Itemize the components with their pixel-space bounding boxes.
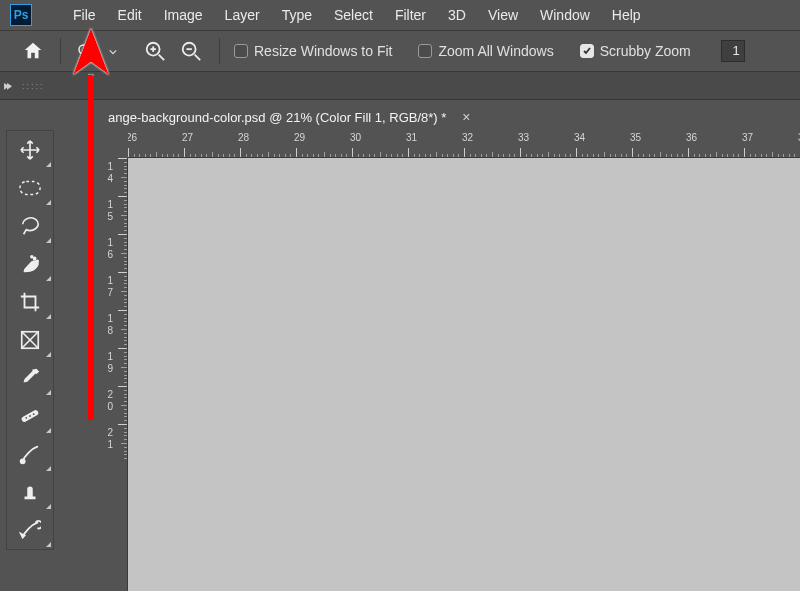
flyout-icon [46, 276, 51, 281]
close-tab-icon[interactable]: × [462, 109, 470, 125]
rect-marquee-tool[interactable] [7, 169, 53, 207]
clone-stamp-tool[interactable] [7, 473, 53, 511]
resize-windows-label: Resize Windows to Fit [254, 43, 392, 59]
menu-3d[interactable]: 3D [437, 0, 477, 30]
ruler-tick: 18 [100, 310, 128, 348]
options-bar: Resize Windows to Fit Zoom All Windows S… [0, 30, 800, 72]
svg-point-6 [183, 43, 196, 56]
ruler-tick: 21 [100, 424, 128, 462]
flyout-icon [46, 390, 51, 395]
history-brush-tool[interactable] [7, 511, 53, 549]
horizontal-ruler[interactable]: 26272829303132333435363738 [128, 132, 800, 158]
menu-bar: Ps File Edit Image Layer Type Select Fil… [0, 0, 800, 30]
ruler-tick: 19 [100, 348, 128, 386]
menu-type[interactable]: Type [271, 0, 323, 30]
ruler-tick: 20 [100, 386, 128, 424]
svg-rect-9 [20, 182, 40, 195]
crop-tool[interactable] [7, 283, 53, 321]
menu-edit[interactable]: Edit [107, 0, 153, 30]
separator [60, 38, 61, 64]
ruler-tick: 14 [100, 158, 128, 196]
ruler-tick: 26 [128, 132, 184, 158]
menu-image[interactable]: Image [153, 0, 214, 30]
checkbox-icon [580, 44, 594, 58]
flyout-icon [46, 428, 51, 433]
zoom-all-checkbox[interactable]: Zoom All Windows [418, 43, 553, 59]
checkbox-icon [418, 44, 432, 58]
brush-tool[interactable] [7, 435, 53, 473]
tool-preset-chevron[interactable] [103, 44, 117, 59]
panel-grip-icon: ::::: [22, 81, 45, 91]
menu-filter[interactable]: Filter [384, 0, 437, 30]
current-tool-thumb[interactable] [75, 41, 95, 61]
ruler-tick: 17 [100, 272, 128, 310]
svg-point-2 [147, 43, 160, 56]
lasso-tool[interactable] [7, 207, 53, 245]
scrubby-zoom-label: Scrubby Zoom [600, 43, 691, 59]
document-tab[interactable]: ange-background-color.psd @ 21% (Color F… [100, 104, 481, 130]
menu-layer[interactable]: Layer [214, 0, 271, 30]
ruler-tick: 15 [100, 196, 128, 234]
eyedropper-tool[interactable] [7, 359, 53, 397]
collapsed-panel-strip[interactable]: ▸▸ ::::: [0, 72, 800, 100]
zoom-all-label: Zoom All Windows [438, 43, 553, 59]
ruler-tick: 32 [464, 132, 520, 158]
svg-line-15 [22, 332, 39, 349]
ruler-tick: 29 [296, 132, 352, 158]
svg-line-7 [195, 55, 201, 60]
slice-frame-tool[interactable] [7, 321, 53, 359]
flyout-icon [46, 466, 51, 471]
menu-view[interactable]: View [477, 0, 529, 30]
ruler-tick: 27 [184, 132, 240, 158]
spot-heal-tool[interactable] [7, 397, 53, 435]
ruler-tick: 37 [744, 132, 800, 158]
ruler-tick: 34 [576, 132, 632, 158]
ruler-tick: 28 [240, 132, 296, 158]
move-tool[interactable] [7, 131, 53, 169]
svg-point-17 [25, 417, 27, 419]
flyout-icon [46, 314, 51, 319]
menu-select[interactable]: Select [323, 0, 384, 30]
vertical-ruler[interactable]: 1415161718192021 [100, 158, 128, 591]
svg-line-14 [22, 332, 39, 349]
ruler-tick: 36 [688, 132, 744, 158]
tool-strip [6, 130, 54, 550]
ruler-tick: 31 [408, 132, 464, 158]
checkbox-icon [234, 44, 248, 58]
svg-point-12 [31, 256, 33, 258]
resize-windows-checkbox[interactable]: Resize Windows to Fit [234, 43, 392, 59]
home-button[interactable] [20, 38, 46, 64]
ruler-tick: 16 [100, 234, 128, 272]
app-icon: Ps [10, 4, 32, 26]
brush-quick-select-tool[interactable] [7, 245, 53, 283]
ruler-tick: 35 [632, 132, 688, 158]
document-viewport: 26272829303132333435363738 1415161718192… [100, 132, 800, 591]
svg-rect-16 [21, 409, 40, 423]
svg-line-3 [159, 55, 165, 60]
flyout-icon [46, 504, 51, 509]
flyout-icon [46, 542, 51, 547]
flyout-icon [46, 200, 51, 205]
svg-point-11 [36, 260, 38, 262]
scrubby-zoom-checkbox[interactable]: Scrubby Zoom [580, 43, 691, 59]
menu-window[interactable]: Window [529, 0, 601, 30]
ruler-tick: 33 [520, 132, 576, 158]
expand-panels-icon[interactable]: ▸▸ [4, 78, 10, 93]
svg-point-19 [33, 413, 35, 415]
canvas[interactable] [128, 158, 800, 591]
svg-point-20 [21, 459, 25, 463]
flyout-icon [46, 162, 51, 167]
ruler-tick: 30 [352, 132, 408, 158]
menu-file[interactable]: File [62, 0, 107, 30]
svg-line-1 [87, 53, 92, 58]
zoom-percent-field[interactable]: 1 [721, 40, 745, 62]
document-tab-title: ange-background-color.psd @ 21% (Color F… [108, 110, 446, 125]
zoom-in-button[interactable] [141, 37, 169, 65]
separator [219, 38, 220, 64]
svg-point-10 [33, 257, 35, 259]
svg-point-0 [79, 45, 88, 54]
menu-help[interactable]: Help [601, 0, 652, 30]
flyout-icon [46, 238, 51, 243]
zoom-out-button[interactable] [177, 37, 205, 65]
svg-point-18 [29, 415, 31, 417]
